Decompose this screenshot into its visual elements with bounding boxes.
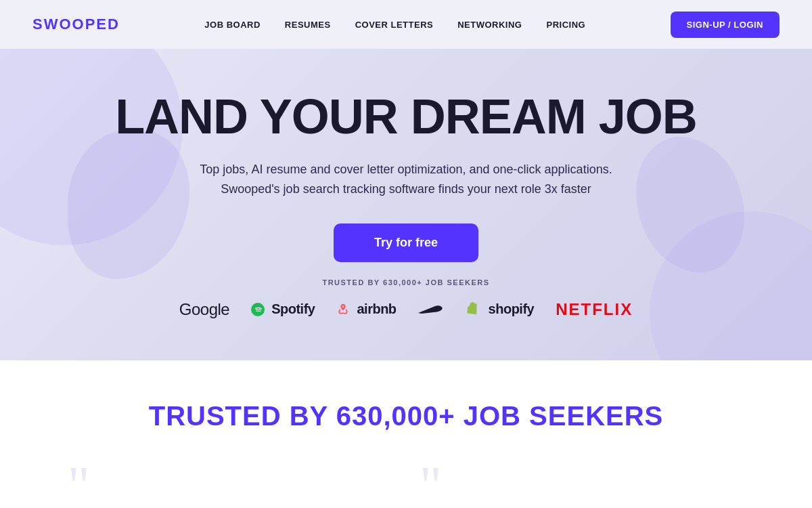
brand-netflix: NETFLIX <box>556 300 633 319</box>
site-logo[interactable]: SWOOPED <box>32 16 120 33</box>
brand-logo-row: Google Spotify airbnb shopify NETFLIX <box>179 300 633 319</box>
testimonials-grid: " An amazing platform that provides AI-G… <box>68 464 744 508</box>
testimonials-title: TRUSTED BY 630,000+ JOB SEEKERS <box>32 401 780 431</box>
hero-subtitle: Top jobs, AI resume and cover letter opt… <box>200 160 612 199</box>
hero-subtitle-line1: Top jobs, AI resume and cover letter opt… <box>200 163 612 176</box>
brand-airbnb: airbnb <box>336 301 396 317</box>
testimonial-card-2: " It is hugely helpful! Swooped is a too… <box>420 464 744 508</box>
hero-cta-button[interactable]: Try for free <box>334 224 478 262</box>
hero-title: LAND YOUR DREAM JOB <box>115 90 697 144</box>
hero-section: LAND YOUR DREAM JOB Top jobs, AI resume … <box>0 49 812 360</box>
nav-link-resumes[interactable]: RESUMES <box>285 20 331 30</box>
brand-spotify: Spotify <box>251 301 315 317</box>
nav-link-cover-letters[interactable]: COVER LETTERS <box>355 20 434 30</box>
testimonials-section: TRUSTED BY 630,000+ JOB SEEKERS " An ama… <box>0 360 812 508</box>
navbar: SWOOPED JOB BOARD RESUMES COVER LETTERS … <box>0 0 812 49</box>
brand-shopify: shopify <box>467 301 535 317</box>
nav-link-pricing[interactable]: PRICING <box>546 20 585 30</box>
quote-mark-2: " <box>420 464 744 507</box>
nav-link-networking[interactable]: NETWORKING <box>457 20 522 30</box>
blob-decoration-left <box>68 130 189 279</box>
quote-mark-1: " <box>68 464 392 507</box>
signup-login-button[interactable]: SIGN-UP / LOGIN <box>671 12 780 38</box>
testimonial-card-1: " An amazing platform that provides AI-G… <box>68 464 392 508</box>
hero-subtitle-line2: Swooped's job search tracking software f… <box>221 182 591 196</box>
trusted-label: TRUSTED BY 630,000+ JOB SEEKERS <box>322 278 489 287</box>
brand-google: Google <box>179 300 229 319</box>
nav-link-job-board[interactable]: JOB BOARD <box>204 20 261 30</box>
nav-links: JOB BOARD RESUMES COVER LETTERS NETWORKI… <box>204 20 585 30</box>
blob-decoration-right <box>636 137 744 272</box>
brand-nike <box>418 303 445 316</box>
